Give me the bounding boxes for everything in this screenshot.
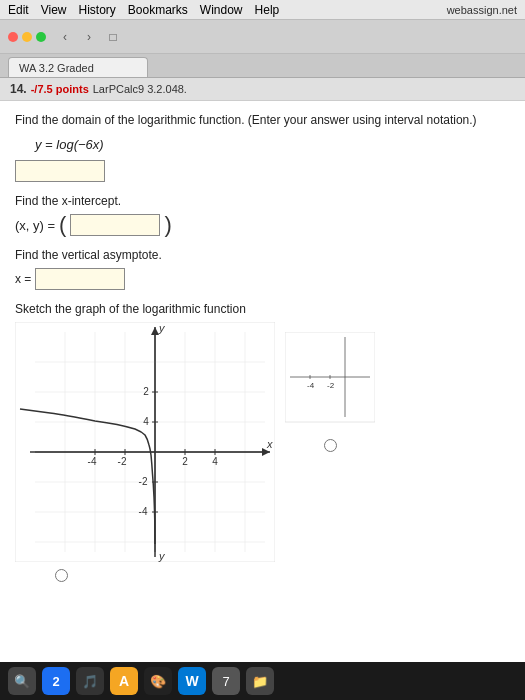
menu-item-bookmarks[interactable]: Bookmarks [128,3,188,17]
svg-text:-2: -2 [327,381,335,390]
asymptote-answer-box[interactable] [35,268,125,290]
taskbar-finder-icon[interactable]: 🔍 [8,667,36,695]
function-display: y = log(−6x) [35,137,510,152]
taskbar: 🔍 2 🎵 A 🎨 W 7 📁 [0,662,525,700]
xy-label: (x, y) = [15,218,55,233]
open-paren: ( [59,214,66,236]
traffic-lights [8,32,46,42]
side-graph: -4 -2 [285,332,375,452]
graph-radio-2[interactable] [55,569,68,582]
page-content: 14. -/7.5 points LarPCalc9 3.2.048. Find… [0,78,525,662]
problem-header: 14. -/7.5 points LarPCalc9 3.2.048. [0,78,525,101]
svg-text:x: x [266,438,273,450]
domain-answer-box[interactable] [15,160,510,182]
main-graph: -4 -2 2 4 4 2 -2 -4 x y y [15,322,275,565]
xintercept-input[interactable] [71,215,159,235]
svg-text:4: 4 [212,456,218,467]
svg-text:-4: -4 [139,506,148,517]
svg-text:2: 2 [182,456,188,467]
taskbar-art-icon[interactable]: 🎨 [144,667,172,695]
menu-item-history[interactable]: History [78,3,115,17]
back-button[interactable]: ‹ [56,28,74,46]
menu-item-window[interactable]: Window [200,3,243,17]
xintercept-answer-box[interactable] [70,214,160,236]
svg-text:-2: -2 [139,476,148,487]
xy-input-row: (x, y) = ( ) [15,214,510,236]
menu-item-view[interactable]: View [41,3,67,17]
maximize-button[interactable] [36,32,46,42]
problem-source: LarPCalc9 3.2.048. [93,83,187,95]
active-tab[interactable]: WA 3.2 Graded [8,57,148,77]
taskbar-music-icon[interactable]: 🎵 [76,667,104,695]
domain-question-text: Find the domain of the logarithmic funct… [15,111,510,129]
asymptote-input-row: x = [15,268,510,290]
taskbar-7-icon[interactable]: 7 [212,667,240,695]
asymptote-input[interactable] [36,269,124,289]
taskbar-a-icon[interactable]: A [110,667,138,695]
taskbar-folder-icon[interactable]: 📁 [246,667,274,695]
graph-svg: -4 -2 2 4 4 2 -2 -4 x y y [15,322,275,562]
svg-text:2: 2 [143,386,149,397]
menu-item-edit[interactable]: Edit [8,3,29,17]
svg-text:-4: -4 [307,381,315,390]
domain-input[interactable] [16,161,104,181]
graph-radio-1[interactable] [324,439,337,452]
asymptote-question-text: Find the vertical asymptote. [15,248,510,262]
site-url-label: webassign.net [447,4,517,16]
minimize-button[interactable] [22,32,32,42]
xintercept-question-text: Find the x-intercept. [15,194,510,208]
problem-body: Find the domain of the logarithmic funct… [0,101,525,592]
x-eq-label: x = [15,272,31,286]
graph-section: Sketch the graph of the logarithmic func… [15,302,510,582]
svg-text:4: 4 [143,416,149,427]
graph-container: -4 -2 2 4 4 2 -2 -4 x y y [15,322,510,565]
side-graph-svg: -4 -2 [285,332,375,432]
tab-label: WA 3.2 Graded [19,62,94,74]
tab-icon[interactable]: □ [104,28,122,46]
radio-row-bottom [15,569,510,582]
points-badge: -/7.5 points [31,83,89,95]
problem-number: 14. [10,82,27,96]
tab-bar: WA 3.2 Graded [0,54,525,78]
graph-question-text: Sketch the graph of the logarithmic func… [15,302,510,316]
close-paren: ) [164,214,171,236]
menu-item-help[interactable]: Help [255,3,280,17]
taskbar-2-icon[interactable]: 2 [42,667,70,695]
close-button[interactable] [8,32,18,42]
browser-toolbar: ‹ › □ [0,20,525,54]
taskbar-w-icon[interactable]: W [178,667,206,695]
forward-button[interactable]: › [80,28,98,46]
asymptote-section: Find the vertical asymptote. x = [15,248,510,290]
svg-rect-0 [15,322,275,562]
xintercept-section: Find the x-intercept. (x, y) = ( ) [15,194,510,236]
svg-text:-2: -2 [118,456,127,467]
svg-text:-4: -4 [88,456,97,467]
menu-bar: Edit View History Bookmarks Window Help … [0,0,525,20]
